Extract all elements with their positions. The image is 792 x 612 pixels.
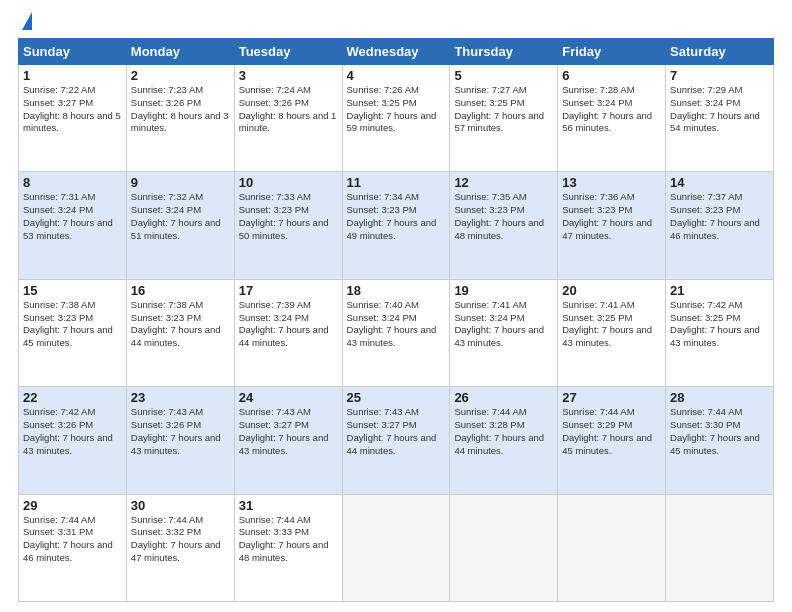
week-row-5: 29Sunrise: 7:44 AMSunset: 3:31 PMDayligh… xyxy=(19,494,774,601)
day-info: Sunrise: 7:32 AMSunset: 3:24 PMDaylight:… xyxy=(131,191,221,240)
weekday-header-saturday: Saturday xyxy=(666,39,774,65)
day-info: Sunrise: 7:41 AMSunset: 3:24 PMDaylight:… xyxy=(454,299,544,348)
calendar-table: SundayMondayTuesdayWednesdayThursdayFrid… xyxy=(18,38,774,602)
calendar-cell: 19Sunrise: 7:41 AMSunset: 3:24 PMDayligh… xyxy=(450,279,558,386)
calendar-cell: 15Sunrise: 7:38 AMSunset: 3:23 PMDayligh… xyxy=(19,279,127,386)
day-info: Sunrise: 7:44 AMSunset: 3:31 PMDaylight:… xyxy=(23,514,113,563)
calendar-cell: 10Sunrise: 7:33 AMSunset: 3:23 PMDayligh… xyxy=(234,172,342,279)
day-info: Sunrise: 7:29 AMSunset: 3:24 PMDaylight:… xyxy=(670,84,760,133)
calendar-cell: 9Sunrise: 7:32 AMSunset: 3:24 PMDaylight… xyxy=(126,172,234,279)
week-row-3: 15Sunrise: 7:38 AMSunset: 3:23 PMDayligh… xyxy=(19,279,774,386)
day-info: Sunrise: 7:36 AMSunset: 3:23 PMDaylight:… xyxy=(562,191,652,240)
day-number: 26 xyxy=(454,390,553,405)
day-info: Sunrise: 7:42 AMSunset: 3:26 PMDaylight:… xyxy=(23,406,113,455)
day-number: 16 xyxy=(131,283,230,298)
day-number: 11 xyxy=(347,175,446,190)
logo-triangle-icon xyxy=(22,12,32,30)
day-number: 9 xyxy=(131,175,230,190)
day-number: 21 xyxy=(670,283,769,298)
weekday-header-thursday: Thursday xyxy=(450,39,558,65)
calendar-cell: 28Sunrise: 7:44 AMSunset: 3:30 PMDayligh… xyxy=(666,387,774,494)
day-info: Sunrise: 7:40 AMSunset: 3:24 PMDaylight:… xyxy=(347,299,437,348)
day-number: 2 xyxy=(131,68,230,83)
weekday-header-sunday: Sunday xyxy=(19,39,127,65)
calendar-cell: 2Sunrise: 7:23 AMSunset: 3:26 PMDaylight… xyxy=(126,65,234,172)
calendar-cell xyxy=(342,494,450,601)
calendar-cell: 6Sunrise: 7:28 AMSunset: 3:24 PMDaylight… xyxy=(558,65,666,172)
day-number: 22 xyxy=(23,390,122,405)
calendar-cell: 26Sunrise: 7:44 AMSunset: 3:28 PMDayligh… xyxy=(450,387,558,494)
day-info: Sunrise: 7:35 AMSunset: 3:23 PMDaylight:… xyxy=(454,191,544,240)
day-number: 30 xyxy=(131,498,230,513)
day-number: 20 xyxy=(562,283,661,298)
day-info: Sunrise: 7:44 AMSunset: 3:29 PMDaylight:… xyxy=(562,406,652,455)
week-row-1: 1Sunrise: 7:22 AMSunset: 3:27 PMDaylight… xyxy=(19,65,774,172)
calendar-cell: 8Sunrise: 7:31 AMSunset: 3:24 PMDaylight… xyxy=(19,172,127,279)
day-number: 13 xyxy=(562,175,661,190)
day-number: 25 xyxy=(347,390,446,405)
day-number: 18 xyxy=(347,283,446,298)
day-info: Sunrise: 7:23 AMSunset: 3:26 PMDaylight:… xyxy=(131,84,229,133)
page: SundayMondayTuesdayWednesdayThursdayFrid… xyxy=(0,0,792,612)
day-number: 15 xyxy=(23,283,122,298)
day-number: 27 xyxy=(562,390,661,405)
day-number: 23 xyxy=(131,390,230,405)
calendar-cell: 13Sunrise: 7:36 AMSunset: 3:23 PMDayligh… xyxy=(558,172,666,279)
calendar-cell: 25Sunrise: 7:43 AMSunset: 3:27 PMDayligh… xyxy=(342,387,450,494)
day-number: 8 xyxy=(23,175,122,190)
calendar-cell: 24Sunrise: 7:43 AMSunset: 3:27 PMDayligh… xyxy=(234,387,342,494)
day-number: 14 xyxy=(670,175,769,190)
day-info: Sunrise: 7:38 AMSunset: 3:23 PMDaylight:… xyxy=(23,299,113,348)
calendar-cell xyxy=(558,494,666,601)
calendar-cell: 30Sunrise: 7:44 AMSunset: 3:32 PMDayligh… xyxy=(126,494,234,601)
logo xyxy=(18,16,32,30)
weekday-header-tuesday: Tuesday xyxy=(234,39,342,65)
day-info: Sunrise: 7:22 AMSunset: 3:27 PMDaylight:… xyxy=(23,84,121,133)
day-info: Sunrise: 7:37 AMSunset: 3:23 PMDaylight:… xyxy=(670,191,760,240)
day-info: Sunrise: 7:42 AMSunset: 3:25 PMDaylight:… xyxy=(670,299,760,348)
calendar-cell: 22Sunrise: 7:42 AMSunset: 3:26 PMDayligh… xyxy=(19,387,127,494)
day-number: 5 xyxy=(454,68,553,83)
calendar-cell: 11Sunrise: 7:34 AMSunset: 3:23 PMDayligh… xyxy=(342,172,450,279)
day-number: 10 xyxy=(239,175,338,190)
calendar-cell: 29Sunrise: 7:44 AMSunset: 3:31 PMDayligh… xyxy=(19,494,127,601)
day-info: Sunrise: 7:33 AMSunset: 3:23 PMDaylight:… xyxy=(239,191,329,240)
day-number: 4 xyxy=(347,68,446,83)
day-number: 3 xyxy=(239,68,338,83)
calendar-cell: 23Sunrise: 7:43 AMSunset: 3:26 PMDayligh… xyxy=(126,387,234,494)
day-info: Sunrise: 7:43 AMSunset: 3:26 PMDaylight:… xyxy=(131,406,221,455)
calendar-cell: 31Sunrise: 7:44 AMSunset: 3:33 PMDayligh… xyxy=(234,494,342,601)
day-info: Sunrise: 7:43 AMSunset: 3:27 PMDaylight:… xyxy=(239,406,329,455)
day-info: Sunrise: 7:27 AMSunset: 3:25 PMDaylight:… xyxy=(454,84,544,133)
day-number: 17 xyxy=(239,283,338,298)
day-number: 6 xyxy=(562,68,661,83)
day-number: 7 xyxy=(670,68,769,83)
day-info: Sunrise: 7:39 AMSunset: 3:24 PMDaylight:… xyxy=(239,299,329,348)
calendar-cell: 3Sunrise: 7:24 AMSunset: 3:26 PMDaylight… xyxy=(234,65,342,172)
calendar-cell: 4Sunrise: 7:26 AMSunset: 3:25 PMDaylight… xyxy=(342,65,450,172)
day-number: 1 xyxy=(23,68,122,83)
day-number: 31 xyxy=(239,498,338,513)
weekday-header-wednesday: Wednesday xyxy=(342,39,450,65)
calendar-cell: 17Sunrise: 7:39 AMSunset: 3:24 PMDayligh… xyxy=(234,279,342,386)
week-row-2: 8Sunrise: 7:31 AMSunset: 3:24 PMDaylight… xyxy=(19,172,774,279)
calendar-cell: 20Sunrise: 7:41 AMSunset: 3:25 PMDayligh… xyxy=(558,279,666,386)
weekday-header-monday: Monday xyxy=(126,39,234,65)
day-info: Sunrise: 7:44 AMSunset: 3:28 PMDaylight:… xyxy=(454,406,544,455)
calendar-cell: 12Sunrise: 7:35 AMSunset: 3:23 PMDayligh… xyxy=(450,172,558,279)
day-info: Sunrise: 7:24 AMSunset: 3:26 PMDaylight:… xyxy=(239,84,337,133)
calendar-cell: 7Sunrise: 7:29 AMSunset: 3:24 PMDaylight… xyxy=(666,65,774,172)
calendar-cell: 21Sunrise: 7:42 AMSunset: 3:25 PMDayligh… xyxy=(666,279,774,386)
header xyxy=(18,16,774,30)
day-number: 28 xyxy=(670,390,769,405)
day-number: 24 xyxy=(239,390,338,405)
calendar-cell: 5Sunrise: 7:27 AMSunset: 3:25 PMDaylight… xyxy=(450,65,558,172)
weekday-header-row: SundayMondayTuesdayWednesdayThursdayFrid… xyxy=(19,39,774,65)
day-info: Sunrise: 7:28 AMSunset: 3:24 PMDaylight:… xyxy=(562,84,652,133)
day-number: 29 xyxy=(23,498,122,513)
calendar-cell: 1Sunrise: 7:22 AMSunset: 3:27 PMDaylight… xyxy=(19,65,127,172)
calendar-cell: 18Sunrise: 7:40 AMSunset: 3:24 PMDayligh… xyxy=(342,279,450,386)
day-number: 19 xyxy=(454,283,553,298)
day-number: 12 xyxy=(454,175,553,190)
calendar-cell xyxy=(450,494,558,601)
